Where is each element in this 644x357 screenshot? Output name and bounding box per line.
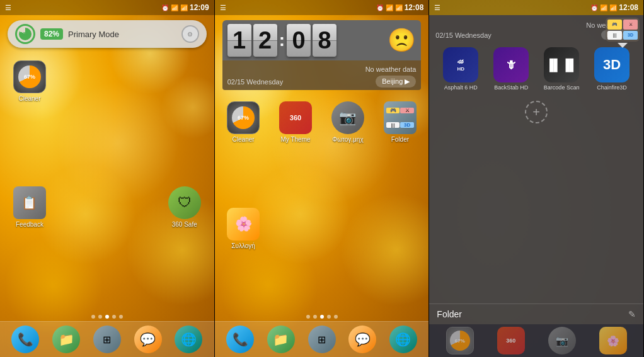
dot-4[interactable] xyxy=(112,315,116,319)
app-grid-2: 67% Cleaner 360 My Theme 📷 Φωτογ.μηχ xyxy=(215,95,429,312)
app-mytheme[interactable]: 360 My Theme xyxy=(271,99,321,203)
screen-content-1: ↻ 82% Primary Mode ⚙ 67% Cleaner xyxy=(0,15,214,357)
flip-clock: 1 2 : 0 8 xyxy=(227,24,336,57)
wifi-icon-2: 📶 xyxy=(386,4,393,11)
dock-globe[interactable]: 🌐 xyxy=(175,326,202,353)
dock-chat[interactable]: 💬 xyxy=(134,326,162,353)
notification-icon: ☰ xyxy=(5,4,11,12)
backstab-icon: 🗡 xyxy=(493,47,529,82)
battery-mode-label: Primary Mode xyxy=(68,30,176,39)
screen-1: ☰ ⏰ 📶 📶 12:09 ↻ 82% Primary Mode ⚙ xyxy=(0,0,215,357)
app-empty-2 xyxy=(108,58,158,181)
dot-1[interactable] xyxy=(91,315,95,319)
dot2-5[interactable] xyxy=(334,315,338,319)
folder-app-barcode[interactable]: ▐▌▐▌ Barcode Scan xyxy=(538,47,585,91)
app-feedback[interactable]: 📋 Feedback xyxy=(5,184,54,307)
preview-mytheme: 360 xyxy=(497,327,525,354)
status-bar-3: ☰ ⏰ 📶 📶 12:08 xyxy=(429,0,643,15)
mytheme-label: My Theme xyxy=(281,136,311,143)
app-cleaner-2[interactable]: 67% Cleaner xyxy=(219,99,268,203)
folder-title-bar: Folder ✎ xyxy=(429,303,643,324)
notification-icon-3: ☰ xyxy=(434,4,440,12)
folder-title-text: Folder xyxy=(437,309,462,319)
signal-icon-2: 📶 xyxy=(395,4,403,11)
page-dots-1 xyxy=(0,312,214,321)
folder-edit-icon[interactable]: ✎ xyxy=(628,309,636,319)
folder-app-label: Folder xyxy=(391,136,409,143)
digit-3: 0 xyxy=(287,24,311,57)
app-empty-5 xyxy=(108,184,158,307)
dock-chat-2[interactable]: 💬 xyxy=(348,326,376,353)
wifi-icon: 📶 xyxy=(171,4,178,11)
date-3: 02/15 Wednesday xyxy=(435,31,491,39)
barcode-label: Barcode Scan xyxy=(544,84,580,91)
battery-settings-icon[interactable]: ⚙ xyxy=(181,25,199,43)
folder-app-backstab[interactable]: 🗡 BackStab HD xyxy=(487,47,535,91)
app-360safe[interactable]: 🛡 360 Safe xyxy=(160,184,209,307)
status-left-1: ☰ xyxy=(5,4,11,12)
dropdown-arrow xyxy=(618,43,628,48)
preview-cleaner: 67% xyxy=(446,327,474,354)
folder-app-asphalt[interactable]: 🏎HD Asphalt 6 HD xyxy=(437,47,485,91)
status-time-2: 12:08 xyxy=(405,3,424,12)
status-time-1: 12:09 xyxy=(190,3,209,12)
clock-widget: 1 2 : 0 8 🙁 No weather dat xyxy=(222,20,422,90)
dock-apps-2[interactable]: ⊞ xyxy=(308,326,336,353)
status-left-2: ☰ xyxy=(220,4,226,12)
app-gallery[interactable]: 🌸 Συλλογή xyxy=(219,205,268,309)
dock-phone-2[interactable]: 📞 xyxy=(226,326,254,353)
dot2-2[interactable] xyxy=(313,315,317,319)
add-app-button[interactable]: + xyxy=(525,101,548,123)
folder-panel: 🎮 ⚔ ||| 3D No weather data 02/15 Wednesd… xyxy=(429,15,643,357)
gallery-label: Συλλογή xyxy=(231,242,255,249)
status-right-2: ⏰ 📶 📶 12:08 xyxy=(376,3,424,12)
city-button[interactable]: Beijing ▶ xyxy=(376,76,416,88)
asphalt-label: Asphalt 6 HD xyxy=(444,84,478,91)
dock-files[interactable]: 📁 xyxy=(52,326,80,353)
cleaner-inner-2: 67% xyxy=(232,106,255,129)
folder-mini-icon: 🎮 ⚔ ||| 3D xyxy=(606,18,640,42)
dot2-4[interactable] xyxy=(327,315,331,319)
battery-circle-icon: ↻ xyxy=(15,24,35,44)
dock-bar-1: 📞 📁 ⊞ 💬 🌐 xyxy=(0,321,214,357)
signal-icon: 📶 xyxy=(180,4,188,11)
backstab-label: BackStab HD xyxy=(494,84,528,91)
battery-widget[interactable]: ↻ 82% Primary Mode ⚙ xyxy=(8,20,207,48)
status-time-3: 12:08 xyxy=(619,3,638,12)
feedback-icon: 📋 xyxy=(13,186,46,219)
dot-2[interactable] xyxy=(98,315,102,319)
date-city-row: 02/15 Wednesday Beijing ▶ xyxy=(227,76,417,88)
camera-icon: 📷 xyxy=(331,101,364,134)
alarm-icon-3: ⏰ xyxy=(590,4,598,11)
app-camera[interactable]: 📷 Φωτογ.μηχ xyxy=(323,99,373,203)
digit-1: 1 xyxy=(227,24,251,57)
status-bar-2: ☰ ⏰ 📶 📶 12:08 xyxy=(215,0,429,15)
screen-content-2: 1 2 : 0 8 🙁 No weather dat xyxy=(215,15,429,357)
mytheme-icon: 360 xyxy=(279,101,312,134)
app-cleaner-1[interactable]: 67% Cleaner xyxy=(5,58,54,181)
dot2-1[interactable] xyxy=(306,315,310,319)
folder-app-icon: 🎮 ⚔ ||| 3D xyxy=(384,101,417,134)
battery-arrow-icon: ↻ xyxy=(23,31,28,38)
dot-3-active[interactable] xyxy=(105,315,109,319)
cleaner-label: Cleaner xyxy=(18,95,40,102)
preview-camera: 📷 xyxy=(548,327,576,354)
status-right-3: ⏰ 📶 📶 12:08 xyxy=(590,3,638,12)
spacer xyxy=(429,128,643,303)
wifi-icon-3: 📶 xyxy=(600,4,607,11)
folder-app[interactable]: 🎮 ⚔ ||| 3D Folder xyxy=(375,99,425,203)
page-dots-2 xyxy=(215,312,429,321)
dock-apps[interactable]: ⊞ xyxy=(93,326,121,353)
alarm-icon: ⏰ xyxy=(161,4,169,11)
cleaner-icon: 67% xyxy=(13,60,46,93)
cleaner-label-2: Cleaner xyxy=(233,136,255,143)
folder-app-chainfire[interactable]: 3D Chainfire3D xyxy=(588,47,636,91)
dot2-3-active[interactable] xyxy=(320,315,324,319)
status-left-3: ☰ xyxy=(434,4,440,12)
dock-files-2[interactable]: 📁 xyxy=(267,326,295,353)
app-empty-1 xyxy=(57,58,106,181)
dock-globe-2[interactable]: 🌐 xyxy=(389,326,417,353)
dot-5[interactable] xyxy=(119,315,123,319)
barcode-icon: ▐▌▐▌ xyxy=(544,47,579,82)
dock-phone[interactable]: 📞 xyxy=(11,326,39,353)
